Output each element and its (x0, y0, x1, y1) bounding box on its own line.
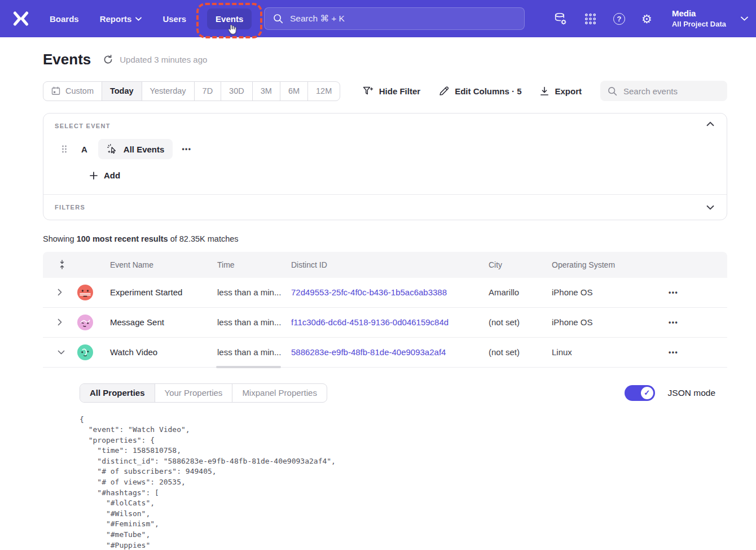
cell-time: less than a min... (217, 317, 291, 327)
row-more-button[interactable]: ••• (669, 348, 678, 356)
row-more-button[interactable]: ••• (669, 318, 678, 326)
tab-mixpanel-properties[interactable]: Mixpanel Properties (232, 384, 327, 402)
apps-grid-icon[interactable] (584, 12, 597, 25)
project-selector[interactable]: Media All Project Data (672, 8, 748, 29)
edit-columns-button[interactable]: Edit Columns · 5 (439, 86, 521, 96)
date-range-12m[interactable]: 12M (308, 82, 340, 101)
chevron-down-icon (135, 17, 142, 21)
date-range-label: Custom (65, 86, 94, 95)
plus-icon (90, 172, 98, 180)
selected-event-name: All Events (124, 145, 165, 154)
event-json-view: { "event": "Watch Video", "properties": … (80, 414, 727, 550)
cell-event-name: Message Sent (110, 317, 217, 327)
date-range-7d[interactable]: 7D (195, 82, 222, 101)
collapse-all-rows-icon[interactable] (59, 260, 68, 269)
row-detail-panel: All Properties Your Properties Mixpanel … (43, 368, 727, 550)
export-button[interactable]: Export (540, 86, 582, 96)
nav-links: Boards Reports Users Events (50, 8, 252, 29)
date-range-3m[interactable]: 3M (253, 82, 280, 101)
cell-city: Amarillo (489, 287, 552, 297)
col-event-name[interactable]: Event Name (110, 260, 217, 269)
cell-os: iPhone OS (552, 317, 667, 327)
event-query-row: A All Events ••• (55, 139, 715, 159)
top-navbar: Boards Reports Users Events Search ⌘ + K (0, 0, 756, 37)
select-event-section: SELECT EVENT A All Events ••• Add (43, 114, 727, 194)
settings-gear-icon[interactable]: ⚙ (641, 13, 652, 25)
col-time[interactable]: Time (217, 260, 291, 269)
collapse-row-chevron-down-icon[interactable] (58, 350, 68, 355)
cell-distinct-id-link[interactable]: f11c30d6-dc6d-4518-9136-0d046159c84d (291, 317, 489, 327)
toolbar-right: Hide Filter Edit Columns · 5 Export Sear… (363, 81, 727, 101)
table-row-watch-video-expanded[interactable]: Watch Video less than a min... 5886283e-… (43, 338, 727, 368)
date-range-selector: Custom Today Yesterday 7D 30D 3M 6M 12M (43, 81, 340, 101)
date-range-custom[interactable]: Custom (43, 82, 102, 101)
filters-section[interactable]: FILTERS (43, 194, 727, 220)
search-events-input[interactable]: Search events (600, 81, 727, 101)
sparkle-cursor-icon (107, 143, 118, 155)
export-label: Export (555, 86, 582, 96)
col-operating-system[interactable]: Operating System (552, 260, 667, 269)
tab-all-properties[interactable]: All Properties (80, 384, 155, 402)
expand-filters-chevron-down[interactable] (706, 205, 714, 210)
collapse-section-chevron-up[interactable] (706, 121, 714, 126)
query-builder-card: SELECT EVENT A All Events ••• Add (43, 113, 727, 220)
events-table: Event Name Time Distinct ID City Operati… (43, 252, 727, 550)
row-more-button[interactable]: ••• (669, 289, 678, 296)
drag-handle-icon[interactable] (61, 145, 67, 153)
table-row-experiment-started[interactable]: Experiment Started less than a min... 72… (43, 278, 727, 308)
calendar-icon (51, 86, 60, 95)
funnel-plus-icon (363, 86, 373, 96)
nav-right-controls: ? ⚙ Media All Project Data (553, 0, 748, 37)
event-row-more-button[interactable]: ••• (182, 145, 191, 153)
filters-label: FILTERS (55, 204, 85, 211)
cell-distinct-id-link[interactable]: 5886283e-e9fb-48fb-81de-40e9093a2af4 (291, 347, 489, 357)
download-icon (540, 86, 549, 96)
cell-time: less than a min... (217, 347, 291, 357)
tab-your-properties[interactable]: Your Properties (155, 384, 233, 402)
date-range-yesterday[interactable]: Yesterday (142, 82, 195, 101)
date-range-6m[interactable]: 6M (280, 82, 308, 101)
mixpanel-logo-icon[interactable] (12, 11, 29, 27)
search-events-placeholder: Search events (623, 86, 678, 96)
json-mode-control: ✓ JSON mode (625, 385, 715, 401)
event-avatar (77, 315, 93, 330)
date-range-today[interactable]: Today (102, 82, 142, 101)
global-search-placeholder: Search ⌘ + K (290, 14, 345, 24)
refresh-icon[interactable] (103, 55, 113, 64)
cell-distinct-id-link[interactable]: 72d49553-25fc-4f0c-b436-1b5ac6ab3388 (291, 287, 489, 297)
event-avatar (77, 344, 93, 360)
all-events-selector[interactable]: All Events (98, 139, 173, 159)
col-city[interactable]: City (489, 260, 552, 269)
add-event-button[interactable]: Add (90, 171, 120, 180)
cell-os: Linux (552, 347, 667, 357)
hide-filter-button[interactable]: Hide Filter (363, 86, 420, 96)
summary-prefix: Showing (43, 234, 77, 243)
help-icon[interactable]: ? (613, 13, 625, 25)
page-header: Events Updated 3 minutes ago (43, 51, 727, 68)
toggle-knob-check-icon: ✓ (641, 387, 653, 399)
nav-item-reports[interactable]: Reports (100, 14, 142, 24)
nav-item-boards[interactable]: Boards (50, 14, 79, 24)
col-distinct-id[interactable]: Distinct ID (291, 260, 489, 269)
data-management-icon[interactable] (553, 12, 568, 26)
edit-columns-label: Edit Columns · 5 (455, 86, 521, 96)
date-range-30d[interactable]: 30D (221, 82, 253, 101)
expand-row-chevron-right-icon[interactable] (58, 289, 68, 296)
select-event-label: SELECT EVENT (55, 123, 715, 129)
nav-item-users[interactable]: Users (162, 14, 186, 24)
search-icon (273, 14, 283, 24)
cell-os: iPhone OS (552, 287, 667, 297)
table-header: Event Name Time Distinct ID City Operati… (43, 252, 727, 278)
event-avatar (77, 285, 93, 300)
hide-filter-label: Hide Filter (379, 86, 420, 96)
last-updated-text: Updated 3 minutes ago (120, 55, 207, 64)
json-mode-toggle[interactable]: ✓ (625, 385, 655, 401)
global-search-input[interactable]: Search ⌘ + K (264, 7, 525, 30)
summary-suffix: of 82.35K matches (168, 234, 239, 243)
cell-event-name: Experiment Started (110, 287, 217, 297)
cell-city: (not set) (489, 317, 552, 327)
table-row-message-sent[interactable]: Message Sent less than a min... f11c30d6… (43, 308, 727, 338)
nav-item-reports-label: Reports (100, 14, 132, 24)
expand-row-chevron-right-icon[interactable] (58, 318, 68, 326)
cell-event-name: Watch Video (110, 347, 217, 357)
